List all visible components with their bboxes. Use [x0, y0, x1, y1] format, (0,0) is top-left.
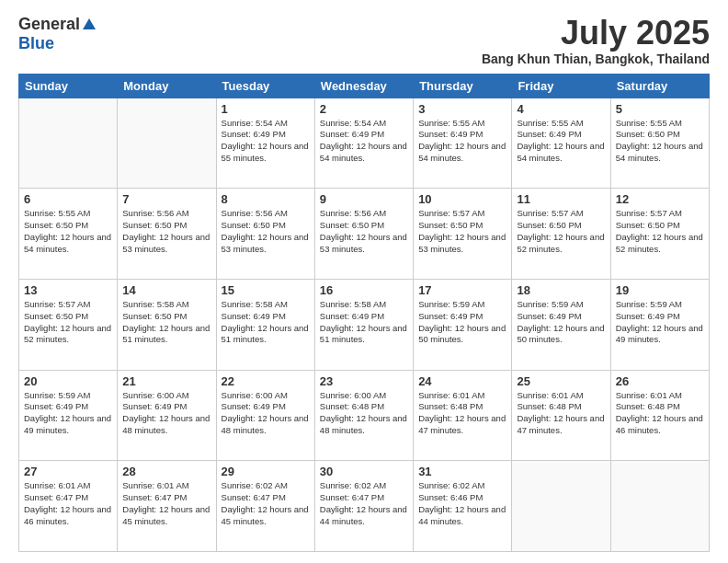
day-number: 13 [24, 283, 112, 297]
calendar-cell: 11 Sunrise: 5:57 AMSunset: 6:50 PMDaylig… [512, 189, 610, 280]
header-sunday: Sunday [19, 74, 118, 98]
day-number: 6 [24, 192, 112, 206]
calendar-cell [118, 98, 216, 189]
calendar-cell: 6 Sunrise: 5:55 AMSunset: 6:50 PMDayligh… [19, 189, 118, 280]
calendar-cell: 27 Sunrise: 6:01 AMSunset: 6:47 PMDaylig… [19, 461, 118, 552]
day-detail: Sunrise: 5:55 AMSunset: 6:50 PMDaylight:… [616, 118, 703, 163]
calendar-cell: 5 Sunrise: 5:55 AMSunset: 6:50 PMDayligh… [610, 98, 709, 189]
header: General Blue July 2025 Bang Khun Thian, … [18, 15, 710, 66]
day-number: 5 [616, 102, 704, 116]
calendar-cell: 9 Sunrise: 5:56 AMSunset: 6:50 PMDayligh… [314, 189, 413, 280]
calendar-cell: 23 Sunrise: 6:00 AMSunset: 6:48 PMDaylig… [314, 370, 413, 461]
day-detail: Sunrise: 5:59 AMSunset: 6:49 PMDaylight:… [24, 390, 111, 435]
calendar-cell: 8 Sunrise: 5:56 AMSunset: 6:50 PMDayligh… [216, 189, 314, 280]
calendar-week-2: 6 Sunrise: 5:55 AMSunset: 6:50 PMDayligh… [19, 189, 710, 280]
header-monday: Monday [118, 74, 216, 98]
day-number: 23 [320, 374, 408, 388]
day-detail: Sunrise: 5:55 AMSunset: 6:49 PMDaylight:… [418, 118, 506, 163]
calendar-cell [512, 461, 610, 552]
day-detail: Sunrise: 5:57 AMSunset: 6:50 PMDaylight:… [616, 208, 703, 253]
day-number: 11 [517, 192, 605, 206]
day-number: 4 [517, 102, 605, 116]
header-thursday: Thursday [414, 74, 512, 98]
calendar-cell: 30 Sunrise: 6:02 AMSunset: 6:47 PMDaylig… [314, 461, 413, 552]
calendar-cell: 25 Sunrise: 6:01 AMSunset: 6:48 PMDaylig… [512, 370, 610, 461]
calendar-week-1: 1 Sunrise: 5:54 AMSunset: 6:49 PMDayligh… [19, 98, 710, 189]
calendar-cell: 29 Sunrise: 6:02 AMSunset: 6:47 PMDaylig… [216, 461, 314, 552]
day-detail: Sunrise: 5:59 AMSunset: 6:49 PMDaylight:… [616, 299, 703, 344]
day-detail: Sunrise: 5:54 AMSunset: 6:49 PMDaylight:… [222, 118, 309, 163]
day-number: 10 [418, 192, 506, 206]
day-detail: Sunrise: 5:55 AMSunset: 6:50 PMDaylight:… [24, 208, 111, 253]
calendar-week-4: 20 Sunrise: 5:59 AMSunset: 6:49 PMDaylig… [19, 370, 710, 461]
header-tuesday: Tuesday [216, 74, 314, 98]
day-number: 20 [24, 374, 112, 388]
header-saturday: Saturday [610, 74, 709, 98]
day-number: 7 [122, 192, 210, 206]
day-detail: Sunrise: 6:01 AMSunset: 6:47 PMDaylight:… [122, 480, 210, 525]
calendar-cell: 21 Sunrise: 6:00 AMSunset: 6:49 PMDaylig… [118, 370, 216, 461]
calendar-cell: 19 Sunrise: 5:59 AMSunset: 6:49 PMDaylig… [610, 279, 709, 370]
day-detail: Sunrise: 5:55 AMSunset: 6:49 PMDaylight:… [517, 118, 604, 163]
day-number: 16 [320, 283, 408, 297]
day-detail: Sunrise: 5:58 AMSunset: 6:49 PMDaylight:… [320, 299, 407, 344]
calendar-cell: 17 Sunrise: 5:59 AMSunset: 6:49 PMDaylig… [414, 279, 512, 370]
calendar-cell [19, 98, 118, 189]
calendar-cell: 14 Sunrise: 5:58 AMSunset: 6:50 PMDaylig… [118, 279, 216, 370]
calendar-week-3: 13 Sunrise: 5:57 AMSunset: 6:50 PMDaylig… [19, 279, 710, 370]
day-detail: Sunrise: 6:02 AMSunset: 6:47 PMDaylight:… [222, 480, 309, 525]
day-detail: Sunrise: 5:58 AMSunset: 6:49 PMDaylight:… [222, 299, 309, 344]
logo-triangle [83, 18, 96, 29]
day-detail: Sunrise: 5:57 AMSunset: 6:50 PMDaylight:… [418, 208, 506, 253]
logo: General Blue [18, 15, 96, 53]
day-number: 12 [616, 192, 704, 206]
day-detail: Sunrise: 5:56 AMSunset: 6:50 PMDaylight:… [222, 208, 309, 253]
title-section: July 2025 Bang Khun Thian, Bangkok, Thai… [482, 15, 710, 66]
day-number: 8 [222, 192, 310, 206]
calendar-cell: 12 Sunrise: 5:57 AMSunset: 6:50 PMDaylig… [610, 189, 709, 280]
calendar-cell: 7 Sunrise: 5:56 AMSunset: 6:50 PMDayligh… [118, 189, 216, 280]
day-detail: Sunrise: 6:00 AMSunset: 6:48 PMDaylight:… [320, 390, 407, 435]
day-detail: Sunrise: 5:56 AMSunset: 6:50 PMDaylight:… [122, 208, 210, 253]
calendar-cell: 28 Sunrise: 6:01 AMSunset: 6:47 PMDaylig… [118, 461, 216, 552]
day-detail: Sunrise: 5:59 AMSunset: 6:49 PMDaylight:… [418, 299, 506, 344]
calendar-cell: 3 Sunrise: 5:55 AMSunset: 6:49 PMDayligh… [414, 98, 512, 189]
day-detail: Sunrise: 6:01 AMSunset: 6:48 PMDaylight:… [418, 390, 506, 435]
day-detail: Sunrise: 5:58 AMSunset: 6:50 PMDaylight:… [122, 299, 210, 344]
day-detail: Sunrise: 5:54 AMSunset: 6:49 PMDaylight:… [320, 118, 407, 163]
day-number: 21 [122, 374, 210, 388]
day-detail: Sunrise: 6:01 AMSunset: 6:48 PMDaylight:… [517, 390, 604, 435]
calendar-cell: 31 Sunrise: 6:02 AMSunset: 6:46 PMDaylig… [414, 461, 512, 552]
day-number: 14 [122, 283, 210, 297]
day-number: 3 [418, 102, 506, 116]
header-wednesday: Wednesday [314, 74, 413, 98]
day-detail: Sunrise: 6:02 AMSunset: 6:46 PMDaylight:… [418, 480, 506, 525]
day-number: 2 [320, 102, 408, 116]
day-number: 31 [418, 465, 506, 478]
day-number: 29 [222, 465, 310, 478]
calendar-cell: 16 Sunrise: 5:58 AMSunset: 6:49 PMDaylig… [314, 279, 413, 370]
day-detail: Sunrise: 6:01 AMSunset: 6:47 PMDaylight:… [24, 480, 111, 525]
day-number: 9 [320, 192, 408, 206]
day-number: 18 [517, 283, 605, 297]
day-detail: Sunrise: 6:00 AMSunset: 6:49 PMDaylight:… [122, 390, 210, 435]
day-number: 26 [616, 374, 704, 388]
day-number: 15 [222, 283, 310, 297]
calendar-cell: 18 Sunrise: 5:59 AMSunset: 6:49 PMDaylig… [512, 279, 610, 370]
day-number: 24 [418, 374, 506, 388]
day-detail: Sunrise: 6:00 AMSunset: 6:49 PMDaylight:… [222, 390, 309, 435]
calendar-cell: 2 Sunrise: 5:54 AMSunset: 6:49 PMDayligh… [314, 98, 413, 189]
day-number: 22 [222, 374, 310, 388]
calendar-cell: 1 Sunrise: 5:54 AMSunset: 6:49 PMDayligh… [216, 98, 314, 189]
calendar-cell: 20 Sunrise: 5:59 AMSunset: 6:49 PMDaylig… [19, 370, 118, 461]
calendar-cell: 4 Sunrise: 5:55 AMSunset: 6:49 PMDayligh… [512, 98, 610, 189]
calendar-table: Sunday Monday Tuesday Wednesday Thursday… [18, 74, 710, 552]
calendar-cell: 24 Sunrise: 6:01 AMSunset: 6:48 PMDaylig… [414, 370, 512, 461]
day-number: 27 [24, 465, 112, 478]
calendar-cell: 15 Sunrise: 5:58 AMSunset: 6:49 PMDaylig… [216, 279, 314, 370]
day-number: 1 [222, 102, 310, 116]
calendar-cell: 10 Sunrise: 5:57 AMSunset: 6:50 PMDaylig… [414, 189, 512, 280]
calendar-cell [610, 461, 709, 552]
day-detail: Sunrise: 6:02 AMSunset: 6:47 PMDaylight:… [320, 480, 407, 525]
logo-general-text: General [18, 15, 80, 34]
